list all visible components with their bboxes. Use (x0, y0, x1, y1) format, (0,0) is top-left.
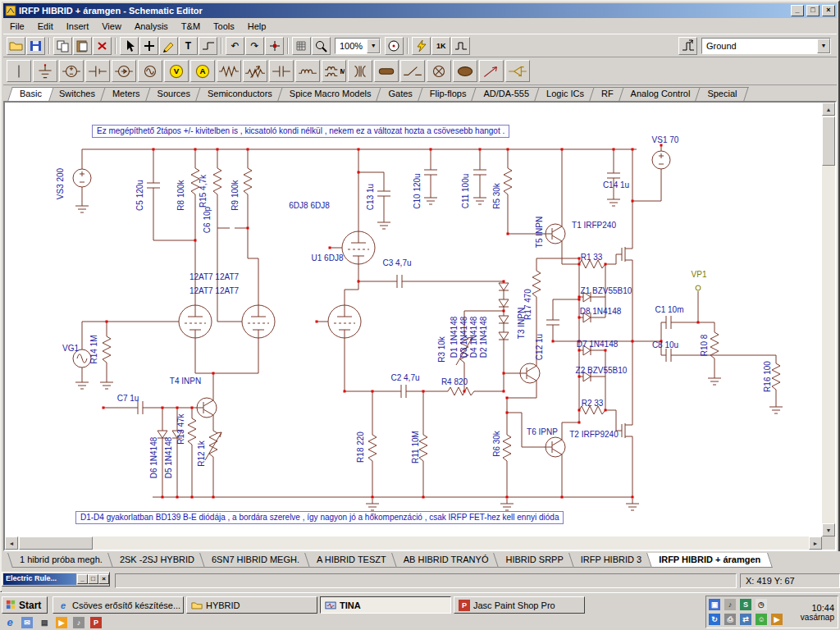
menu-view[interactable]: View (95, 20, 128, 33)
tab-gates[interactable]: Gates (378, 87, 422, 101)
network-icon[interactable]: ⇄ (739, 613, 752, 626)
ground-select[interactable]: Ground ▼ (701, 38, 831, 54)
messenger-icon[interactable]: ☺ (755, 613, 768, 626)
tab-meters[interactable]: Meters (103, 87, 150, 101)
tab-ad-da-555[interactable]: AD/DA-555 (473, 87, 539, 101)
interactive-icon[interactable] (412, 37, 431, 55)
save-icon[interactable] (26, 37, 45, 55)
battery-icon[interactable] (85, 60, 110, 82)
schematic-canvas[interactable]: VS3 200C5 120uR8 100kR15 4,7kC6 10pR9 10… (3, 101, 837, 551)
current-source-icon[interactable] (112, 60, 136, 82)
tab-spice-macro-models[interactable]: Spice Macro Models (280, 87, 381, 101)
wire-icon[interactable] (199, 37, 217, 55)
task-paint-shop-pro[interactable]: P Jasc Paint Shop Pro (454, 596, 585, 614)
inductor-icon[interactable] (295, 60, 320, 82)
chevron-down-icon[interactable]: ▼ (367, 39, 380, 53)
chevron-down-icon[interactable]: ▼ (817, 39, 830, 53)
outlook-icon[interactable]: ✉ (21, 616, 34, 629)
media-player-icon[interactable]: ▶ (55, 616, 68, 629)
task-hybrid-folder[interactable]: HYBRID (186, 596, 317, 614)
schematic-sheet[interactable]: VS3 200C5 120uR8 100kR15 4,7kC6 10pR9 10… (5, 103, 822, 536)
voltage-arrow-icon[interactable] (479, 60, 504, 82)
media-icon[interactable]: ▶ (770, 613, 783, 626)
voltage-source-icon[interactable] (59, 60, 84, 82)
menu-file[interactable]: File (3, 20, 31, 33)
switch-icon[interactable] (400, 60, 425, 82)
show-desktop-icon[interactable]: ▤ (38, 616, 51, 629)
scroll-down-icon[interactable]: ▼ (822, 523, 835, 536)
tab-switches[interactable]: Switches (49, 87, 105, 101)
zoom-select[interactable]: 100% ▼ (335, 38, 381, 54)
electric-rule-window[interactable]: Electric Rule... _ □ × (2, 572, 110, 587)
move-icon[interactable] (139, 37, 158, 55)
paint-icon[interactable]: P (89, 616, 103, 629)
task-tina[interactable]: TINA (320, 596, 451, 614)
close-button[interactable]: × (822, 5, 835, 16)
restore-button[interactable]: □ (88, 574, 98, 584)
horizontal-scrollbar[interactable]: ◄ ► (5, 536, 822, 550)
tab-analog-control[interactable]: Analog Control (621, 87, 701, 101)
scroll-up-icon[interactable]: ▲ (822, 103, 835, 116)
ammeter-icon[interactable]: A (190, 60, 215, 82)
sheet-tab-4[interactable]: A HIBRID TESZT (307, 553, 396, 568)
restore-button[interactable]: □ (806, 5, 819, 16)
lamp-icon[interactable] (427, 60, 451, 82)
select-icon[interactable] (120, 37, 139, 55)
minimize-button[interactable]: _ (791, 5, 804, 16)
menu-insert[interactable]: Insert (60, 20, 96, 33)
zener-icon[interactable] (505, 60, 530, 82)
pen-icon[interactable] (159, 37, 178, 55)
task-internet-explorer[interactable]: e Csöves erősítő készítése... (52, 596, 184, 614)
antivirus-icon[interactable]: S (739, 598, 752, 611)
scroll-right-icon[interactable]: ► (809, 536, 822, 550)
minimize-button[interactable]: _ (77, 574, 88, 584)
ground-icon[interactable] (33, 60, 57, 82)
zoom-icon[interactable] (312, 37, 331, 55)
transformer-icon[interactable] (348, 60, 372, 82)
menu-edit[interactable]: Edit (31, 20, 60, 33)
tab-logic-ics[interactable]: Logic ICs (536, 87, 594, 101)
vertical-scrollbar[interactable]: ▲ ▼ (822, 103, 835, 536)
open-icon[interactable] (7, 37, 25, 55)
copy-icon[interactable] (53, 37, 72, 55)
tab-special[interactable]: Special (697, 87, 746, 101)
io-icon[interactable] (678, 37, 697, 55)
sheet-tab-6[interactable]: HIBRID SRPP (495, 553, 573, 568)
horizontal-scroll-thumb[interactable] (19, 536, 93, 550)
node-icon[interactable] (265, 37, 284, 55)
sheet-tab-3[interactable]: 6SN7 HIBRID MEGH. (202, 553, 309, 568)
close-button[interactable]: × (98, 574, 109, 584)
capacitor-icon[interactable] (269, 60, 294, 82)
tab-semiconductors[interactable]: Semiconductors (198, 87, 282, 101)
sheet-tab-1[interactable]: 1 hibrid próba megh. (10, 553, 112, 568)
tab-flip-flops[interactable]: Flip-flops (420, 87, 477, 101)
redo-icon[interactable]: ↷ (245, 37, 264, 55)
coupled-inductor-icon[interactable]: M (322, 60, 346, 82)
scheduler-icon[interactable]: ◷ (755, 598, 768, 611)
menu-tools[interactable]: Tools (207, 20, 241, 33)
tab-sources[interactable]: Sources (148, 87, 200, 101)
grid-icon[interactable] (292, 37, 311, 55)
resistor-icon[interactable] (217, 60, 241, 82)
scroll-left-icon[interactable]: ◄ (5, 536, 18, 550)
menu-help[interactable]: Help (241, 20, 273, 33)
display-icon[interactable]: ▣ (708, 598, 721, 611)
paste-icon[interactable] (73, 37, 92, 55)
relay-icon[interactable] (453, 60, 477, 82)
menu-tm[interactable]: T&M (175, 20, 207, 33)
volume-icon[interactable]: ♪ (72, 616, 85, 629)
potentiometer-icon[interactable] (243, 60, 267, 82)
generator-icon[interactable] (138, 60, 162, 82)
volume-icon[interactable]: ♪ (724, 598, 737, 611)
fuse-icon[interactable] (374, 60, 399, 82)
internet-explorer-icon[interactable]: e (3, 616, 16, 629)
sheet-tab-7[interactable]: IRFP HIBRID 3 (571, 553, 651, 568)
delete-icon[interactable] (93, 37, 112, 55)
vertical-scroll-thumb[interactable] (822, 116, 835, 166)
undo-icon[interactable]: ↶ (226, 37, 244, 55)
dc-meter-icon[interactable] (385, 37, 404, 55)
titlebar[interactable]: IRFP HIBRID + áramgen - Schematic Editor… (3, 3, 837, 18)
start-button[interactable]: Start (2, 596, 48, 614)
menu-analysis[interactable]: Analysis (128, 20, 175, 33)
sheet-tab-2[interactable]: 2SK -2SJ HYBRID (110, 553, 204, 568)
